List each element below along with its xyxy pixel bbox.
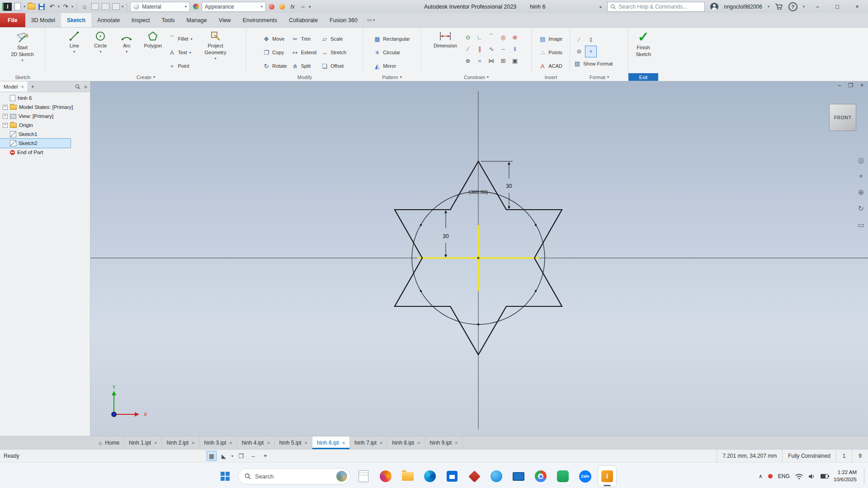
grid-snap-icon[interactable]: ▦ [207,451,216,460]
taskbar-app-edge[interactable] [421,466,439,487]
constraint-horizontal-icon[interactable]: – [497,43,509,55]
doc-tab-hinh6[interactable]: hinh 6.ipt× [312,436,350,449]
plane-toggle-icon[interactable]: ❐ [236,451,245,460]
doc-tab-close-icon[interactable]: × [229,440,232,446]
taskbar-app-store[interactable] [443,466,461,487]
doc-tab-close-icon[interactable]: × [417,440,420,446]
taskbar-app-autocad[interactable] [465,466,483,487]
doc-tab-home[interactable]: ⌂ Home [94,436,124,449]
sketch-point[interactable] [477,324,479,325]
constraint-fix-icon[interactable]: ⊕ [462,55,474,66]
language-indicator[interactable]: ENG [778,473,790,479]
taskbar-app-remote-pc[interactable] [509,466,528,487]
color-override-button[interactable] [267,2,276,11]
orbit-icon[interactable]: ↻ [858,204,864,213]
render-button[interactable] [90,2,99,11]
close-button[interactable]: × [850,0,864,13]
snap-target-icon[interactable]: ⌖ [261,451,270,460]
qat-customize-caret-icon[interactable]: ▾ [309,5,311,9]
doc-tab-close-icon[interactable]: × [305,440,307,446]
wifi-icon[interactable] [795,474,803,479]
undo-button[interactable]: ↶ [47,2,57,11]
offset-button[interactable]: ❏Offset [319,59,349,73]
user-avatar[interactable] [710,3,718,11]
tray-chevron-icon[interactable]: ∧ [759,473,763,479]
dimension-value-left[interactable]: 30 [443,233,449,239]
constraint-concentric-icon[interactable]: ◎ [497,31,509,43]
construction-toggle-icon[interactable]: ∕ [574,34,585,45]
taskbar-app-skype[interactable] [487,466,505,487]
tree-item-end-of-part[interactable]: End of Part [0,148,90,157]
insert-image-button[interactable]: ▤Image [537,32,565,46]
collapse-search-icon[interactable]: ▸ [600,5,602,9]
taskbar-app-zalo[interactable]: Zalo [576,466,594,487]
constraint-coincident-icon[interactable]: ⊙ [462,31,474,43]
slice-graphics-icon[interactable]: ◣ [219,451,228,460]
dimension-button[interactable]: Dimension [431,29,459,73]
appearance-adjust-button[interactable] [278,2,287,11]
tree-item-document[interactable]: hinh 6 [0,94,90,103]
constraint-smooth-icon[interactable]: ∿ [486,43,497,55]
constraint-parallel-icon[interactable]: ∥ [474,43,486,55]
trim-button[interactable]: ✂Trim [289,32,319,46]
parameters-button[interactable]: fx [288,2,297,11]
view-cube[interactable]: FRONT [829,104,856,131]
copy-button[interactable]: ❐Copy [260,46,289,59]
cart-icon[interactable] [775,3,783,10]
tab-manage[interactable]: Manage [181,13,213,27]
tree-item-sketch1[interactable]: Sketch1 [0,130,90,139]
taskbar-app-firefox[interactable] [377,466,395,487]
group-label-create[interactable]: Create▾ [45,73,246,81]
doc-tab-close-icon[interactable]: × [154,440,157,446]
group-label-format[interactable]: Format▾ [570,73,628,81]
doc-close-icon[interactable]: × [860,82,863,89]
move-button[interactable]: ✥Move [260,32,289,46]
constraint-perpendicular-icon[interactable]: ∟ [474,31,486,43]
fillet-button[interactable]: ⌒ Fillet ▾ [166,32,194,46]
redo-button[interactable]: ↷ [61,2,70,11]
split-button[interactable]: ⋔Split [289,59,319,73]
tree-item-origin[interactable]: + Origin [0,121,90,130]
sketch-point[interactable] [420,224,422,226]
doc-tab-close-icon[interactable]: × [380,440,382,446]
line-tool-button[interactable]: Line ▾ [61,29,87,73]
doc-tab-hinh2[interactable]: hinh 2.ipt× [162,436,199,449]
zoom-icon[interactable]: ⊕ [858,188,864,197]
browser-tab-close-icon[interactable]: × [21,84,24,89]
tree-item-model-states[interactable]: + Model States: [Primary] [0,103,90,112]
taskbar-app-file-explorer[interactable] [399,466,417,487]
redo-caret-icon[interactable]: ▾ [71,5,73,9]
new-file-button[interactable] [13,2,22,11]
center-point-toggle-icon[interactable]: + [585,46,596,57]
expand-icon[interactable]: + [3,114,8,119]
constraint-symmetric-icon[interactable]: ⋈ [486,55,497,66]
tab-file[interactable]: File [0,13,25,27]
circle-tool-button[interactable]: Circle ▾ [87,29,113,73]
doc-tab-close-icon[interactable]: × [342,440,345,446]
doc-tab-hinh3[interactable]: hinh 3.ipt× [200,436,237,449]
pan-icon[interactable]: ⌖ [859,172,863,180]
doc-tab-close-icon[interactable]: × [267,440,269,446]
tab-tools[interactable]: Tools [156,13,180,27]
look-at-icon[interactable]: ▭ [858,221,864,229]
finish-sketch-button[interactable]: ✓ Finish Sketch [629,29,657,73]
rotate-button[interactable]: ↻Rotate [260,59,289,73]
expand-icon[interactable]: + [3,105,8,110]
taskbar-search[interactable]: Search [238,468,350,484]
constraint-tangent-icon[interactable]: ⌒ [486,31,497,43]
tab-fusion360[interactable]: Fusion 360 [324,13,363,27]
battery-icon[interactable] [821,474,828,479]
sketch-drawing[interactable]: 30 30 (360.00) [90,81,868,436]
tab-sketch[interactable]: Sketch [61,13,91,27]
visibility-button[interactable]: – [298,2,307,11]
status-caret-icon[interactable]: ▾ [231,454,233,458]
browser-tab-model[interactable]: Model × [0,81,28,92]
tab-view[interactable]: View [213,13,237,27]
doc-tab-close-icon[interactable]: × [192,440,194,446]
doc-tab-hinh7[interactable]: hinh 7.ipt× [350,436,387,449]
username[interactable]: nngocloi982006 [724,4,762,10]
material-dropdown[interactable]: Material ▾ [130,2,190,12]
measure-caret-icon[interactable]: ▾ [122,5,123,9]
tab-collaborate[interactable]: Collaborate [283,13,324,27]
sketch-point[interactable] [535,290,537,292]
